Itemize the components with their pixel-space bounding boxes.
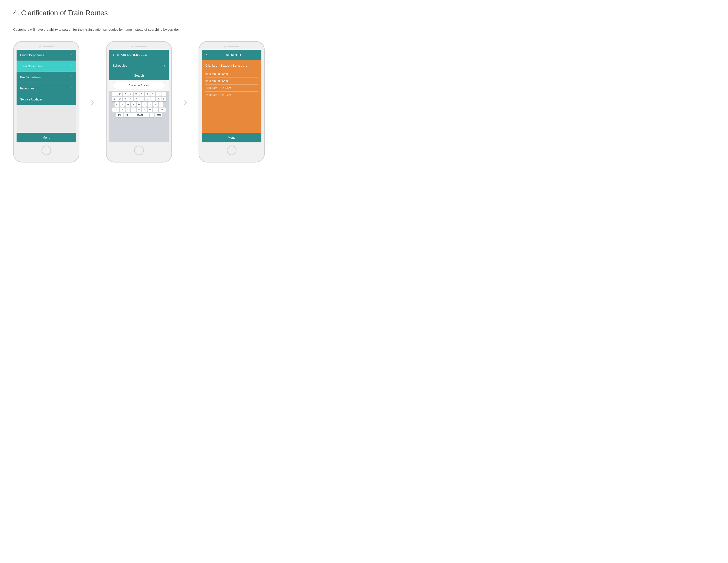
menu-item-train-schedules[interactable]: Train Schedules › xyxy=(17,61,76,72)
phone-2-search-input[interactable]: Clarkson Station xyxy=(113,82,165,89)
phone-3-dot xyxy=(224,46,226,47)
kb-key-O[interactable]: O xyxy=(156,97,161,101)
kb-key-N[interactable]: N xyxy=(148,107,152,112)
kb-key-I[interactable]: I xyxy=(150,97,155,101)
kb-key-Q[interactable]: Q xyxy=(112,97,117,101)
kb-key-G[interactable]: G xyxy=(137,102,141,107)
menu-item-favourites[interactable]: Favourites › xyxy=(17,83,76,94)
kb-key-*[interactable]: * xyxy=(150,92,155,96)
phone-2-header: ‹ TRAIN SCHEDULES xyxy=(109,50,169,60)
kb-key-RTN[interactable]: RTN xyxy=(155,113,162,117)
kb-key-K[interactable]: K xyxy=(153,102,158,107)
back-chevron-icon[interactable]: ‹ xyxy=(113,52,114,57)
chevron-icon: › xyxy=(71,75,73,79)
menu-item-service-updates[interactable]: Service Updates › xyxy=(17,94,76,105)
kb-key-12[interactable]: 1/2 xyxy=(116,113,123,117)
phone-2-keyboard: ! @ # $ % ^ & * ( ) Q W E R T Y xyxy=(109,91,169,142)
phone-1-dot xyxy=(39,46,41,47)
kb-row-asdf: A S D F G H J K L xyxy=(110,102,168,107)
kb-key-Z[interactable]: Z xyxy=(120,107,125,112)
forward-arrow-icon-2: › xyxy=(184,96,187,107)
phone-3-home-button[interactable] xyxy=(227,145,236,155)
kb-key-period[interactable]: . xyxy=(150,113,154,117)
kb-key-E[interactable]: E xyxy=(123,97,128,101)
kb-key-C[interactable]: C xyxy=(131,107,136,112)
kb-key-Y[interactable]: Y xyxy=(139,97,144,101)
kb-row-zxcv: CL Z X C V B N M BS xyxy=(110,107,168,112)
phone-2-schedules-item[interactable]: Schedules › xyxy=(109,60,169,71)
kb-key-space[interactable]: SPACE xyxy=(131,113,149,117)
page-title: 4. Clarification of Train Routes xyxy=(13,9,260,17)
kb-key-L[interactable]: L xyxy=(159,102,163,107)
chevron-icon: › xyxy=(71,64,73,68)
phone-3-header: ‹ SEARCH xyxy=(202,50,261,60)
schedule-item-4: 11:00 am - 11:35am xyxy=(205,92,258,98)
phone-3-speaker xyxy=(228,46,239,47)
kb-row-bottom: 1/2 KB SPACE . RTN xyxy=(110,113,168,117)
phone-3-results: Clarkson Station Schedule 8:00 am - 8:35… xyxy=(202,60,261,133)
chevron-icon: › xyxy=(71,53,73,57)
kb-key-R[interactable]: R xyxy=(128,97,133,101)
phone-3-menu-footer[interactable]: Menu xyxy=(202,133,261,142)
kb-key-$[interactable]: $ xyxy=(128,92,133,96)
schedule-item-3: 10:00 am - 10:35am xyxy=(205,85,258,92)
menu-item-bus-schedules[interactable]: Bus Schedules › xyxy=(17,72,76,83)
phone-1-speaker xyxy=(43,46,54,47)
phone-1: Union Departures › Train Schedules › Bus… xyxy=(13,41,79,162)
phone-3-top-bar xyxy=(202,46,261,47)
kb-key-![interactable]: ! xyxy=(112,92,117,96)
kb-key-D[interactable]: D xyxy=(126,102,130,107)
schedule-item-2: 9:00 am - 9:35am xyxy=(205,77,258,85)
kb-key-KB[interactable]: KB xyxy=(124,113,131,117)
kb-key-&[interactable]: & xyxy=(145,92,150,96)
forward-arrow-icon: › xyxy=(91,96,94,107)
arrow-1: › xyxy=(84,96,101,107)
kb-key-)[interactable]: ) xyxy=(161,92,166,96)
phone-2-speaker xyxy=(135,46,146,47)
phone-2-screen: ‹ TRAIN SCHEDULES Schedules › Search Cla… xyxy=(109,50,169,142)
kb-key-CL[interactable]: CL xyxy=(112,107,119,112)
back-chevron-icon-3[interactable]: ‹ xyxy=(205,52,207,57)
kb-row-symbols: ! @ # $ % ^ & * ( ) xyxy=(110,92,168,96)
kb-key-^[interactable]: ^ xyxy=(139,92,144,96)
page-description: Customers will have the ability to searc… xyxy=(13,27,190,32)
kb-key-H[interactable]: H xyxy=(142,102,147,107)
phone-1-menu-footer[interactable]: Menu xyxy=(17,133,76,142)
phone-3: ‹ SEARCH Clarkson Station Schedule 8:00 … xyxy=(199,41,265,162)
kb-key-([interactable]: ( xyxy=(156,92,161,96)
kb-key-@[interactable]: @ xyxy=(117,92,122,96)
phone-2-top-bar xyxy=(109,46,169,47)
kb-key-X[interactable]: X xyxy=(126,107,130,112)
kb-key-F[interactable]: F xyxy=(131,102,136,107)
phones-container: Union Departures › Train Schedules › Bus… xyxy=(13,41,260,162)
schedule-item-1: 8:00 am - 8:35am xyxy=(205,70,258,77)
kb-key-J[interactable]: J xyxy=(148,102,152,107)
kb-key-%[interactable]: % xyxy=(134,92,139,96)
kb-key-BS[interactable]: BS xyxy=(159,107,166,112)
chevron-icon: › xyxy=(71,97,73,102)
kb-key-T[interactable]: T xyxy=(134,97,139,101)
kb-key-U[interactable]: U xyxy=(145,97,150,101)
kb-key-M[interactable]: M xyxy=(153,107,158,112)
arrow-2: › xyxy=(176,96,194,107)
phone-1-screen: Union Departures › Train Schedules › Bus… xyxy=(17,50,76,142)
title-divider xyxy=(13,20,260,20)
chevron-icon: › xyxy=(164,63,165,68)
kb-key-B[interactable]: B xyxy=(142,107,147,112)
kb-key-A[interactable]: A xyxy=(114,102,119,107)
kb-key-#[interactable]: # xyxy=(123,92,128,96)
kb-key-P[interactable]: P xyxy=(161,97,166,101)
menu-spacer xyxy=(17,105,76,133)
kb-key-W[interactable]: W xyxy=(117,97,122,101)
phone-2-dot xyxy=(131,46,133,47)
phone-1-home-button[interactable] xyxy=(41,145,51,155)
kb-row-qwerty: Q W E R T Y U I O P xyxy=(110,97,168,101)
phone-2-home-button[interactable] xyxy=(134,145,144,155)
chevron-icon: › xyxy=(71,86,73,90)
station-title: Clarkson Station Schedule xyxy=(205,64,258,67)
phone-2-search-label: Search xyxy=(109,71,169,80)
phone-1-top-bar xyxy=(17,46,76,47)
menu-item-union-departures[interactable]: Union Departures › xyxy=(17,50,76,61)
kb-key-S[interactable]: S xyxy=(120,102,125,107)
kb-key-V[interactable]: V xyxy=(137,107,141,112)
